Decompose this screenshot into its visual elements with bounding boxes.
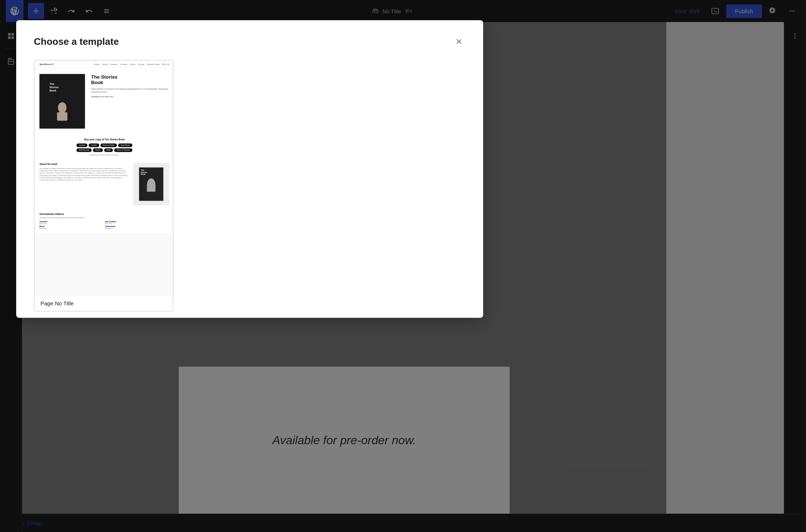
svg-point-6 xyxy=(58,102,67,113)
modal-overlay: Choose a template WordPress 6.7 About Ab… xyxy=(0,0,806,532)
intl-grid: Australia Book Store New Zealand Book St… xyxy=(39,221,170,229)
buy-buttons-row2: Bookshop.org Spotify B&MI Simon & Schust… xyxy=(39,148,170,152)
template-about-text: About the book This exquisite compilatio… xyxy=(39,163,128,181)
buy-buttons: Amazon Audible Barnes & Noble Apple Book… xyxy=(39,143,170,147)
nav-link-about1: About xyxy=(94,63,100,65)
template-card[interactable]: WordPress 6.7 About About Careers Contac… xyxy=(34,60,174,312)
about-book-figure xyxy=(147,178,156,191)
template-about-image: TheStoriesBook xyxy=(133,163,170,205)
buy-btn-bmi: B&MI xyxy=(104,148,113,152)
nav-link-contact: Contact xyxy=(120,63,127,65)
intl-subtitle: The Stories Book will be available from … xyxy=(39,217,170,219)
close-icon xyxy=(455,37,463,46)
intl-item-brazil: Brazil Book Store xyxy=(39,226,104,229)
book-cover-figure xyxy=(55,100,70,121)
nav-link-sample: Sample Page xyxy=(147,63,160,65)
about-title: About the book xyxy=(39,163,128,165)
intl-editions-link: international editions xyxy=(105,154,119,156)
buy-title: Buy your copy of The Stories Book xyxy=(39,138,170,141)
country-link: Book Store xyxy=(39,227,104,229)
country-link: Book Store xyxy=(105,227,170,229)
modal-header: Choose a template xyxy=(34,35,466,48)
template-nav-links: About About Careers Contact Home Pricing… xyxy=(94,63,170,65)
buy-btn-bookshop: Bookshop.org xyxy=(76,148,92,152)
about-description: This exquisite compilation showcases a d… xyxy=(39,168,128,181)
modal-title: Choose a template xyxy=(34,36,119,47)
intl-item-australia: Australia Book Store xyxy=(39,221,104,224)
nav-link-why: Why Us xyxy=(162,63,170,65)
template-hero: TheStoriesBook The StoriesBook A fine co… xyxy=(35,68,173,135)
hero-cta: Available for pre-order now. xyxy=(91,96,170,98)
buy-btn-audible: Audible xyxy=(89,143,99,147)
template-buy-section: Buy your copy of The Stories Book Amazon… xyxy=(35,135,173,159)
template-label: Page No Title xyxy=(35,296,173,311)
buy-btn-amazon: Amazon xyxy=(76,143,88,147)
buy-btn-apple: Apple Books xyxy=(118,143,132,147)
country-link: Book Store xyxy=(39,223,104,224)
outside-europe-text: Outside Europe? View international editi… xyxy=(39,154,170,156)
choose-template-modal: Choose a template WordPress 6.7 About Ab… xyxy=(16,20,483,318)
template-inner-content: WordPress 6.7 About About Careers Contac… xyxy=(35,61,173,233)
country-link: Book Store xyxy=(105,223,170,224)
modal-close-button[interactable] xyxy=(452,35,466,48)
book-cover-title: TheStoriesBook xyxy=(49,82,58,92)
buy-btn-spotify: Spotify xyxy=(93,148,103,152)
nav-link-about2: About xyxy=(102,63,107,65)
about-book-title: TheStoriesBook xyxy=(141,169,147,176)
intl-item-switzerland: Switzerland Book Store xyxy=(105,226,170,229)
nav-link-careers: Careers xyxy=(110,63,118,65)
hero-title: The StoriesBook xyxy=(91,74,170,86)
book-cover: TheStoriesBook xyxy=(47,80,78,123)
nav-link-pricing: Pricing xyxy=(138,63,145,65)
template-nav: WordPress 6.7 About About Careers Contac… xyxy=(35,61,173,68)
about-book-cover: TheStoriesBook xyxy=(139,168,163,201)
buy-btn-barnes: Barnes & Noble xyxy=(100,143,117,147)
nav-link-home: Home xyxy=(130,63,135,65)
template-nav-brand: WordPress 6.7 xyxy=(39,63,54,65)
hero-description: A fine collection of moments in time fea… xyxy=(91,88,170,94)
template-international-section: International editions The Stories Book … xyxy=(35,209,173,233)
intl-item-new-zealand: New Zealand Book Store xyxy=(105,221,170,224)
template-hero-image: TheStoriesBook xyxy=(39,74,85,129)
template-preview: WordPress 6.7 About About Careers Contac… xyxy=(35,61,173,296)
template-about-section: About the book This exquisite compilatio… xyxy=(35,159,173,209)
template-hero-text: The StoriesBook A fine collection of mom… xyxy=(91,74,170,98)
buy-btn-simon: Simon & Schuster xyxy=(114,148,132,152)
svg-rect-7 xyxy=(57,112,67,121)
intl-title: International editions xyxy=(39,213,170,215)
